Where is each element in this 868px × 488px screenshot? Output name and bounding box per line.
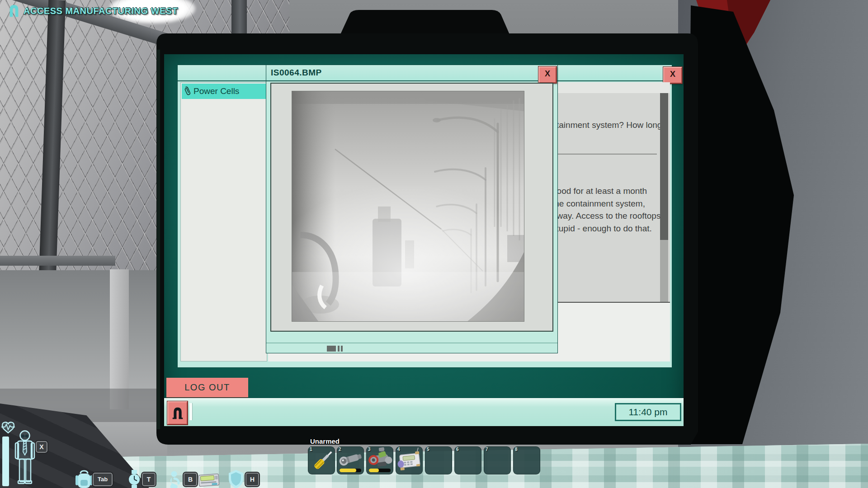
hotbar-slot-5[interactable]: 5 <box>425 446 452 474</box>
image-viewer-panel <box>270 83 553 332</box>
image-window-title: IS0064.BMP <box>271 68 322 78</box>
taskbar: 11:40 pm <box>164 398 684 426</box>
objective-banner: ACCESS MANUFACTURING WEST <box>7 4 178 18</box>
taskbar-clock: 11:40 pm <box>615 403 681 421</box>
shield-icon <box>228 469 244 488</box>
hotbar-slot-8[interactable]: 8 <box>513 446 540 474</box>
hotbar-slot-3[interactable]: 3 <box>366 446 393 474</box>
game-screenshot: X Power Cells tainment system? How long <box>0 0 868 488</box>
hotbar-slot-1[interactable]: 1 <box>308 446 335 474</box>
objective-label: ACCESS MANUFACTURING WEST <box>24 6 178 16</box>
interact-keycap: X <box>36 441 47 453</box>
inventory-keycap: Tab <box>93 473 113 486</box>
image-window-close-button[interactable]: X <box>538 66 557 83</box>
power-tool-icon <box>367 447 394 471</box>
hotbar-slot-7[interactable]: 7 <box>484 446 511 474</box>
watch-icon <box>127 470 141 488</box>
log-out-button[interactable]: LOG OUT <box>166 378 248 397</box>
slot-number: 5 <box>427 447 429 452</box>
taskbar-divider <box>189 403 193 420</box>
hscroll-tick <box>341 346 343 352</box>
slot-number: 6 <box>456 447 459 452</box>
slot-number: 8 <box>515 447 518 452</box>
computer-screen: X Power Cells tainment system? How long <box>164 54 684 425</box>
hotbar-slot-2[interactable]: 2 <box>337 446 364 474</box>
background-wall <box>678 0 868 488</box>
bmp-photo <box>292 91 524 321</box>
image-hscroll-handle[interactable] <box>327 346 336 352</box>
window-groove <box>266 343 557 343</box>
os-start-button[interactable] <box>167 401 188 425</box>
battery-bar <box>340 469 361 472</box>
sidebar-item-label: Power Cells <box>193 86 239 96</box>
email-scrollbar-thumb[interactable] <box>660 93 668 240</box>
backpack-icon <box>75 470 93 488</box>
equipped-state-label: Unarmed <box>310 437 340 445</box>
hscroll-tick <box>338 346 340 352</box>
email-scrollbar[interactable] <box>660 93 668 302</box>
shield-keycap: H <box>245 473 259 486</box>
crouch-keycap: B <box>184 473 197 486</box>
email-text-line: good for at least a month <box>552 185 660 197</box>
slot-number: 7 <box>486 447 488 452</box>
fence-rail <box>0 256 115 266</box>
image-viewer-window: IS0064.BMP X <box>266 65 558 353</box>
health-bar <box>2 436 9 486</box>
hotbar-slot-6[interactable]: 6 <box>454 446 481 474</box>
hotbar-slot-4[interactable]: 4 <box>396 446 423 474</box>
sidebar-item-power-cells[interactable]: Power Cells <box>182 84 266 99</box>
email-text-line: stupid - enough to do that. <box>552 222 660 235</box>
email-text-block: good for at least a month the containmen… <box>552 185 660 235</box>
email-text-line: the containment system, <box>552 197 660 210</box>
player-character-icon <box>11 429 39 488</box>
email-window-close-button[interactable]: X <box>663 67 682 84</box>
paperclip-icon <box>184 86 191 97</box>
pager-icon <box>198 473 221 488</box>
flashlight-icon <box>337 447 364 471</box>
email-text-line: eway. Access to the rooftops <box>552 210 660 222</box>
time-keycap: T <box>142 473 156 486</box>
screwdriver-icon <box>308 447 335 475</box>
email-text-fragment: tainment system? How long <box>557 120 662 130</box>
fence-post <box>38 0 66 291</box>
email-sidebar: Power Cells <box>180 82 267 361</box>
battery-bar <box>369 469 391 472</box>
image-window-titlebar[interactable]: IS0064.BMP <box>266 65 557 81</box>
magnet-icon <box>172 406 184 420</box>
keypad-transmitter-icon <box>396 447 423 475</box>
magnet-icon <box>7 4 21 18</box>
crouch-icon <box>168 471 183 488</box>
